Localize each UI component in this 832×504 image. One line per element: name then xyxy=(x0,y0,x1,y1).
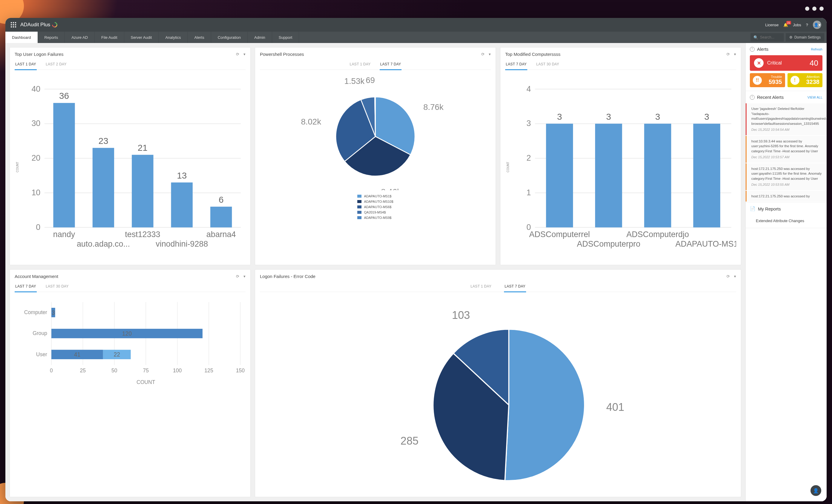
svg-text:test12333: test12333 xyxy=(125,230,160,239)
svg-text:0: 0 xyxy=(50,368,53,373)
svg-text:ADAPAUTO-MS1: ADAPAUTO-MS1 xyxy=(675,239,736,248)
svg-text:3: 3 xyxy=(526,119,531,128)
tab-last-7-day[interactable]: LAST 7 DAY xyxy=(505,60,527,70)
svg-text:13: 13 xyxy=(177,170,187,180)
svg-rect-10 xyxy=(53,103,75,228)
topbar: ADAudit Plus License 🔔21 Jobs ? 👤▾ xyxy=(5,18,827,32)
tab-last-1-day[interactable]: LAST 1 DAY xyxy=(15,60,37,70)
card-computers: Top Modified Computerssss ⟳ ▾ LAST 7 DAY… xyxy=(500,47,741,265)
svg-text:103: 103 xyxy=(452,309,470,321)
card-powershell: Powershell Processes ⟳ ▾ LAST 1 DAY LAST… xyxy=(255,47,496,265)
recent-alert-item[interactable]: host:172.21.175.250 was accessed by user… xyxy=(746,163,827,190)
tab-last-30-day[interactable]: LAST 30 DAY xyxy=(45,283,69,292)
svg-text:100: 100 xyxy=(173,368,182,373)
svg-text:8.02k: 8.02k xyxy=(301,117,321,126)
alert-trouble[interactable]: !! Trouble 5935 xyxy=(750,73,785,87)
svg-text:10: 10 xyxy=(31,188,40,197)
recent-alerts-heading: ! Recent Alerts xyxy=(750,95,784,100)
nav-analytics[interactable]: Analytics xyxy=(159,32,188,43)
nav-reports[interactable]: Reports xyxy=(38,32,65,43)
svg-text:50: 50 xyxy=(111,368,118,373)
svg-text:Group: Group xyxy=(32,330,47,337)
chart-logon-error: 401285103 xyxy=(260,297,736,492)
nav-admin[interactable]: Admin xyxy=(248,32,272,43)
svg-rect-19 xyxy=(171,182,193,228)
tab-last-7-day[interactable]: LAST 7 DAY xyxy=(380,60,402,70)
search-input[interactable] xyxy=(760,35,781,39)
search-icon: 🔍 xyxy=(753,35,758,40)
svg-text:25: 25 xyxy=(80,368,86,373)
nav-support[interactable]: Support xyxy=(272,32,300,43)
svg-text:22: 22 xyxy=(113,352,120,358)
sidebar: ! Alerts Refresh ✕ Critical 40 !! xyxy=(745,43,827,501)
recent-alert-item[interactable]: User 'jagadeesh' Deleted file/folder '\\… xyxy=(746,103,827,135)
refresh-icon[interactable]: ⟳ xyxy=(727,274,730,278)
svg-rect-22 xyxy=(210,207,232,227)
svg-text:120: 120 xyxy=(122,330,132,337)
tab-last-7-day[interactable]: LAST 7 DAY xyxy=(504,283,526,292)
svg-text:ADSComputerdjo: ADSComputerdjo xyxy=(626,230,689,239)
svg-text:6: 6 xyxy=(219,195,224,205)
tab-last-7-day[interactable]: LAST 7 DAY xyxy=(15,283,37,292)
tab-last-30-day[interactable]: LAST 30 DAY xyxy=(536,60,560,70)
user-avatar-icon[interactable]: 👤▾ xyxy=(813,21,821,29)
close-icon: ✕ xyxy=(754,58,763,68)
refresh-icon[interactable]: ⟳ xyxy=(236,274,239,278)
domain-settings-button[interactable]: ⚙ Domain Settings xyxy=(786,33,824,42)
help-icon[interactable]: ? xyxy=(806,23,808,27)
svg-text:30: 30 xyxy=(31,119,40,128)
alerts-heading: ! Alerts xyxy=(750,47,769,52)
nav-file-audit[interactable]: File Audit xyxy=(95,32,124,43)
svg-text:ADSComputerrel: ADSComputerrel xyxy=(529,230,590,239)
jobs-link[interactable]: Jobs xyxy=(793,23,801,27)
svg-text:3: 3 xyxy=(606,112,611,122)
report-icon: 📄 xyxy=(750,206,756,211)
svg-rect-49 xyxy=(693,124,720,227)
svg-text:3: 3 xyxy=(655,112,660,122)
alerts-refresh-link[interactable]: Refresh xyxy=(811,48,823,51)
refresh-icon[interactable]: ⟳ xyxy=(481,52,485,56)
svg-text:125: 125 xyxy=(204,368,213,373)
tab-last-1-day[interactable]: LAST 1 DAY xyxy=(349,60,371,70)
tab-last-1-day[interactable]: LAST 1 DAY xyxy=(470,283,492,292)
tab-last-2-day[interactable]: LAST 2 DAY xyxy=(45,60,67,70)
apps-grid-icon[interactable] xyxy=(11,22,16,27)
menu-icon[interactable]: ▾ xyxy=(243,274,245,278)
alert-attention[interactable]: ! Attention 3238 xyxy=(787,73,823,87)
refresh-icon[interactable]: ⟳ xyxy=(727,52,730,56)
recent-alert-item[interactable]: host:10.59.3.44 was accessed by user:yaz… xyxy=(746,136,827,163)
refresh-icon[interactable]: ⟳ xyxy=(236,52,239,56)
recent-alert-item[interactable]: host:172.21.175.250 was accessed by xyxy=(746,191,827,202)
nav-server-audit[interactable]: Server Audit xyxy=(124,32,159,43)
y-axis-label: COUNT xyxy=(505,75,511,260)
gear-icon: ⚙ xyxy=(789,35,792,39)
view-all-link[interactable]: VIEW ALL xyxy=(807,96,823,99)
search-box[interactable]: 🔍 xyxy=(750,33,784,42)
svg-text:abarna4: abarna4 xyxy=(206,230,236,239)
nav-alerts[interactable]: Alerts xyxy=(188,32,211,43)
menu-icon[interactable]: ▾ xyxy=(734,274,736,278)
svg-text:36: 36 xyxy=(59,91,69,101)
nav-dashboard[interactable]: Dashboard xyxy=(5,32,38,43)
my-report-item[interactable]: Extended Attribute Changes xyxy=(746,215,827,228)
legend-item: ADAPAUTO-MS1$ xyxy=(357,194,391,198)
svg-rect-43 xyxy=(595,124,622,227)
alert-critical[interactable]: ✕ Critical 40 xyxy=(750,55,823,71)
notifications-icon[interactable]: 🔔21 xyxy=(783,23,788,27)
svg-text:41: 41 xyxy=(74,352,80,358)
svg-text:3: 3 xyxy=(704,112,709,122)
nav-azure-ad[interactable]: Azure AD xyxy=(65,32,95,43)
card-title: Powershell Processes xyxy=(260,52,304,57)
svg-text:nandy: nandy xyxy=(53,230,75,239)
menu-icon[interactable]: ▾ xyxy=(489,52,491,56)
menu-icon[interactable]: ▾ xyxy=(734,52,736,56)
menu-icon[interactable]: ▾ xyxy=(243,52,245,56)
svg-text:0: 0 xyxy=(36,223,40,232)
nav-configuration[interactable]: Configuration xyxy=(211,32,248,43)
card-title: Top Modified Computerssss xyxy=(505,52,561,57)
chart-powershell: 8.76k8.46k8.02k1.53k69 xyxy=(260,75,491,190)
svg-text:auto.adap.co...: auto.adap.co... xyxy=(77,239,130,248)
svg-text:3: 3 xyxy=(52,310,55,316)
license-link[interactable]: License xyxy=(765,23,779,27)
legend-item: ADAPAUTO-MS9$ xyxy=(357,216,391,219)
